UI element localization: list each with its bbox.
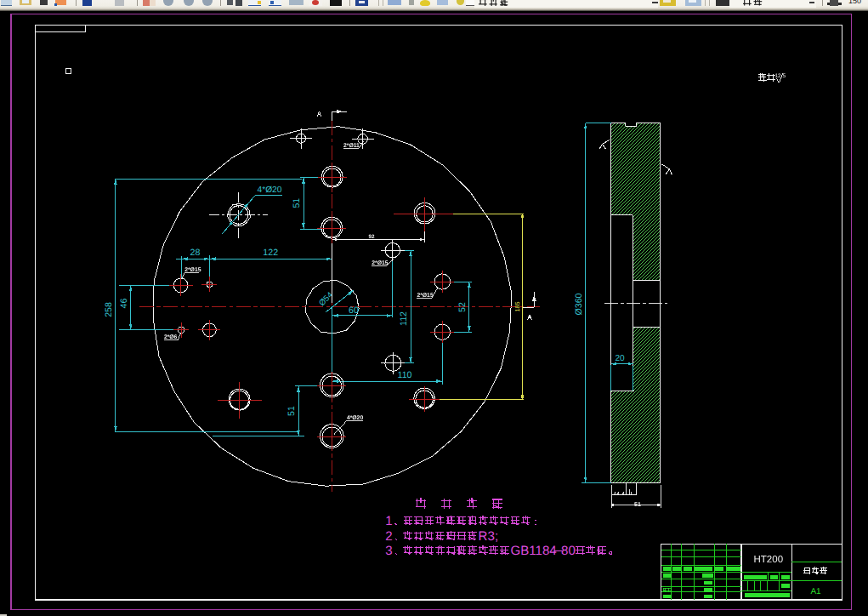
svg-text:258: 258 — [104, 302, 114, 317]
svg-text:51: 51 — [292, 198, 303, 208]
svg-text:80: 80 — [561, 544, 576, 558]
svg-text:1: 1 — [385, 514, 392, 528]
svg-text:GB1184: GB1184 — [511, 544, 557, 558]
svg-text:R3;: R3; — [479, 529, 499, 544]
svg-text:Ø54: Ø54 — [317, 290, 335, 308]
svg-text:HT200: HT200 — [754, 555, 784, 565]
svg-text:46: 46 — [119, 299, 129, 309]
svg-text:112: 112 — [399, 311, 409, 326]
svg-text:92: 92 — [368, 234, 375, 240]
svg-text:4*Ø20: 4*Ø20 — [258, 185, 282, 195]
svg-text:150: 150 — [848, 0, 861, 5]
svg-text:51: 51 — [286, 406, 297, 416]
svg-text:3: 3 — [385, 544, 392, 558]
svg-text:52: 52 — [457, 302, 468, 312]
svg-text:2: 2 — [385, 529, 392, 544]
svg-text:A1: A1 — [810, 587, 821, 596]
svg-text:110: 110 — [398, 370, 412, 380]
svg-text:20: 20 — [615, 354, 625, 363]
svg-text:185: 185 — [513, 302, 521, 312]
svg-text:60: 60 — [349, 305, 359, 316]
svg-text:51: 51 — [634, 502, 641, 508]
svg-text:Ø360: Ø360 — [574, 293, 584, 315]
svg-text:122: 122 — [263, 248, 278, 258]
svg-text:28: 28 — [190, 248, 201, 258]
